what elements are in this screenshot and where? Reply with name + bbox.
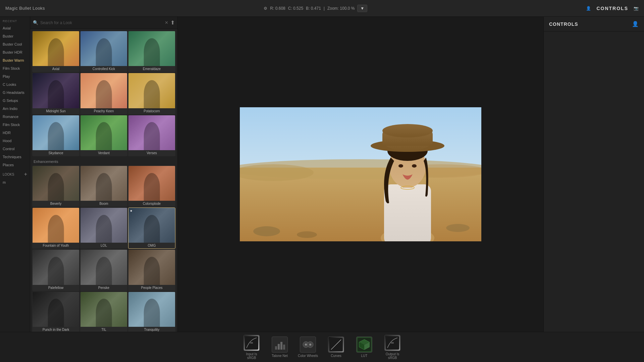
look-thumb-penske [80,250,127,285]
look-item-punch[interactable]: Punch in the Dark [32,292,79,332]
look-name-midnight: Midnight Sun [33,108,79,114]
look-item-potatocorn[interactable]: Potatocorn [128,73,175,114]
look-name-colorsplode: Colorsplode [128,201,175,206]
look-item-verses[interactable]: Verses [128,115,175,156]
look-thumb-punch [33,292,79,327]
sidebar-item-c-looks[interactable]: C Looks [0,80,30,88]
sidebar-item-buster[interactable]: Buster [0,32,30,40]
person-icon[interactable]: 👤 [586,6,591,11]
sidebar-looks-section: LOOKS + [0,169,30,178]
import-looks-button[interactable]: ⬆ [170,19,175,26]
tool-lut[interactable]: LUT [351,335,378,360]
tool-input-srgb[interactable]: Input IssRGB [238,333,265,362]
look-item-lol[interactable]: LOL [80,207,127,249]
person-icon-2[interactable]: 👤 [632,21,639,27]
look-item-controlled[interactable]: Controlled Kick [80,31,127,72]
look-item-peachy[interactable]: Peachy Keen [80,73,127,114]
look-name-beverly: Beverly [33,201,79,206]
looks-scroll: Axial Controlled Kick Emeraldaze [30,29,177,332]
tool-label-color-wheels: Color Wheels [298,354,318,358]
look-item-colorsplode[interactable]: Colorsplode [128,166,175,207]
tool-label-curves: Curves [331,354,341,358]
look-item-skydance[interactable]: Skydance [32,115,79,156]
tool-icon-lut [356,337,372,353]
tool-label-tone-net: Talone Net [272,354,288,358]
look-item-emeraldaze[interactable]: Emeraldaze [128,31,175,72]
left-sidebar: RECENT Axial Buster Buster Cool Buster H… [0,17,30,332]
look-item-midnight[interactable]: Midnight Sun [32,73,79,114]
look-item-verdant[interactable]: Verdant [80,115,127,156]
look-name-axial: Axial [33,66,79,72]
tool-curves[interactable]: Curves [323,335,350,360]
look-item-til[interactable]: TIL [80,292,127,332]
search-bar: 🔍 ✕ ⬆ [30,17,177,29]
c-value: C: 0.525 [288,6,303,11]
search-icon: 🔍 [33,20,38,25]
look-thumb-palefellow [33,250,79,285]
look-item-beverly[interactable]: Beverly [32,166,79,207]
sidebar-item-control[interactable]: Control [0,145,30,153]
looks-grid-top: Axial Controlled Kick Emeraldaze [30,30,177,157]
look-thumb-tranquility [128,292,175,327]
top-bar-center: ⚙ R: 0.608 C: 0.525 B: 0.471 | Zoom: 100… [264,5,367,12]
sidebar-item-indie[interactable]: Arn Indio [0,105,30,113]
look-thumb-axial [33,31,79,66]
tool-color-wheels[interactable]: Color Wheels [294,335,321,360]
gear-icon[interactable]: ⚙ [264,6,267,11]
look-thumb-midnight [33,73,79,108]
sidebar-item-romance[interactable]: Romance [0,113,30,121]
enhancements-label: Enhancements [30,157,177,165]
svg-point-15 [412,164,417,168]
search-clear-button[interactable]: ✕ [165,20,168,25]
look-name-boom: Boom [80,201,127,206]
search-input[interactable] [40,20,163,25]
svg-rect-6 [384,184,431,241]
look-thumb-beverly [33,166,79,201]
svg-point-31 [309,344,311,346]
camera-icon[interactable]: 📷 [634,6,639,11]
sidebar-item-axial[interactable]: Axial [0,24,30,32]
look-item-people[interactable]: People Places [128,249,175,291]
sidebar-item-film-stock[interactable]: Film Stock [0,64,30,72]
looks-grid-enhancements: Beverly Boom Colorsplode Fountain of You… [30,165,177,332]
add-looks-button[interactable]: + [24,172,27,177]
look-item-axial[interactable]: Axial [32,31,79,72]
svg-rect-26 [283,345,285,350]
look-name-tranquility: Tranquility [128,327,175,332]
look-item-palefellow[interactable]: Palefellow [32,249,79,291]
look-item-boom[interactable]: Boom [80,166,127,207]
preview-image [240,107,481,241]
sidebar-item-g-headstarts[interactable]: G Headstarts [0,88,30,97]
svg-rect-23 [275,346,277,350]
tool-tone-net[interactable]: Talone Net [266,335,293,360]
look-name-omg: OMG [128,243,175,248]
zoom-dropdown[interactable]: ▼ [357,5,367,12]
sidebar-item-buster-warm[interactable]: Buster Warm [0,56,30,64]
sidebar-item-techniques[interactable]: Techniques [0,153,30,161]
look-item-penske[interactable]: Penske [80,249,127,291]
tool-output-srgb[interactable]: Output IssRGB [379,333,406,362]
svg-point-29 [305,344,307,346]
sidebar-item-buster-cool[interactable]: Buster Cool [0,40,30,48]
sidebar-item-m[interactable]: m [0,178,30,186]
sidebar-item-play[interactable]: Play [0,72,30,80]
preview-area [178,17,543,332]
main-layout: RECENT Axial Buster Buster Cool Buster H… [0,17,644,332]
sidebar-item-hood[interactable]: Hood [0,137,30,145]
svg-point-17 [253,226,280,236]
sidebar-item-hdr[interactable]: HDR [0,129,30,137]
look-thumb-peachy [80,73,127,108]
tool-icon-tone-net [272,337,288,353]
controls-title: CONTROLS [549,21,578,27]
sidebar-item-places[interactable]: Places [0,161,30,169]
right-panel: CONTROLS 👤 [543,17,644,332]
sidebar-item-buster-hdr[interactable]: Buster HDR [0,48,30,56]
sidebar-item-g-setups[interactable]: G Setups [0,97,30,105]
look-item-omg[interactable]: ★ OMG [128,207,175,249]
look-name-verdant: Verdant [80,150,127,156]
sidebar-item-film-stock2[interactable]: Film Stock [0,121,30,129]
controls-empty [544,32,644,332]
look-item-fountain[interactable]: Fountain of Youth [32,207,79,249]
look-name-palefellow: Palefellow [33,285,79,291]
look-item-tranquility[interactable]: Tranquility [128,292,175,332]
